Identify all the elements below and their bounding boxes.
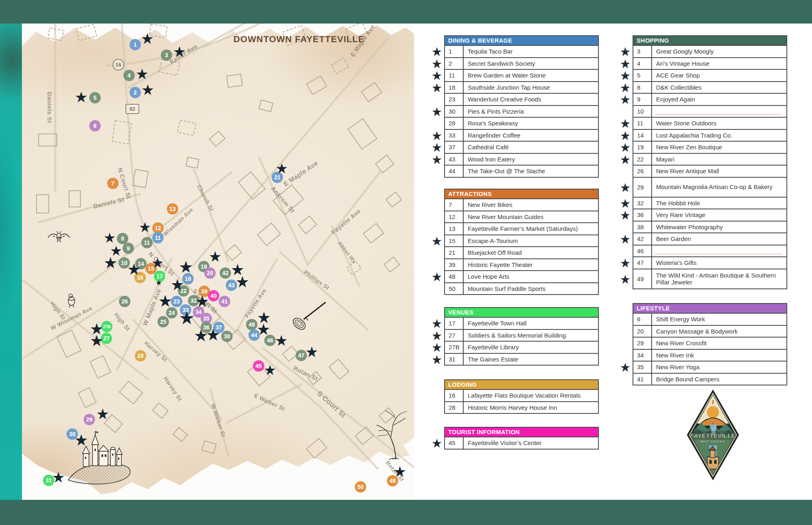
legend-name: New River Zen Boutique <box>652 142 787 154</box>
legend-table-venues: VENUES★17Fayetteville Town Hall★27Soldie… <box>430 307 599 366</box>
legend-number: 20 <box>633 326 652 338</box>
legend-star-icon: ★ <box>430 106 444 118</box>
legend-row: ★3Great Googly Moogly <box>618 46 787 58</box>
legend-row: ★43Wood Iron Eatery <box>430 154 599 166</box>
map-star-icon: ★ <box>275 334 288 348</box>
legend-name: New River Mountain Guides <box>464 211 599 224</box>
legend-star-icon: ★ <box>618 142 633 154</box>
legend-star-icon: ★ <box>618 118 633 130</box>
legend-number: 16 <box>444 390 464 402</box>
street-label: Daniels St <box>46 92 53 123</box>
legend-row: ★47Wisteria’s Gifts <box>618 257 787 269</box>
legend-row: 12New River Mountain Guides <box>430 211 599 224</box>
legend-number: 43 <box>444 154 464 166</box>
legend-name: Rangefinder Coffee <box>464 130 599 142</box>
legend-star-icon: ★ <box>618 361 633 374</box>
legend-number: 2 <box>444 58 464 70</box>
legend-row: 46 <box>618 245 787 258</box>
legend-name: D&K Collectibles <box>652 82 787 94</box>
legend-star-icon: ★ <box>618 58 633 70</box>
map-star-icon: ★ <box>74 432 88 448</box>
legend-number: 45 <box>444 437 464 450</box>
legend-row: ★33Rangefinder Coffee <box>430 130 599 142</box>
legend-number: 19 <box>633 142 652 154</box>
legend-row: ★8D&K Collectibles <box>618 82 787 94</box>
legend-star-empty <box>618 350 633 362</box>
map-star-icon: ★ <box>151 256 164 270</box>
legend-star-icon: ★ <box>430 70 444 82</box>
legend-row: 28Historic Morris Harvey House Inn <box>430 402 599 414</box>
legend-name: Cathedral Café <box>464 142 599 154</box>
legend-star-icon: ★ <box>430 354 444 366</box>
legend-name: Love Hope Arts <box>464 271 599 283</box>
map-star-icon: ★ <box>209 250 222 264</box>
legend-row: ★30Pies & Pints Pizzeria <box>430 106 599 118</box>
legend-name: Bridge Bound Campers <box>652 374 787 386</box>
legend-star-icon: ★ <box>430 154 444 166</box>
legend-row: ★27BFayetteville Library <box>430 342 599 354</box>
legend-name: Soldiers & Sailors Memorial Building <box>464 330 599 342</box>
legend-name: The Gaines Estate <box>464 354 599 366</box>
legend-row: 23Wanderlust Creative Foods <box>430 94 599 106</box>
legend-row: 50Mountain Surf Paddle Sports <box>430 283 599 295</box>
legend-name: New River Yoga <box>652 361 787 374</box>
legend-number: 18 <box>444 82 464 94</box>
legend-row: ★19New River Zen Boutique <box>618 142 787 154</box>
legend-number: 42 <box>633 233 652 245</box>
legend-star-icon: ★ <box>430 130 444 142</box>
legend-name: Mountain Surf Paddle Sports <box>464 283 599 295</box>
legend-star-icon: ★ <box>430 330 444 342</box>
legend-star-empty <box>618 106 633 118</box>
street-label: E Walker St <box>253 392 286 412</box>
legend-header-attractions: ATTRACTIONS <box>444 189 599 199</box>
legend-star-empty <box>618 374 633 386</box>
map-star-icon: ★ <box>52 470 65 485</box>
legend-star-icon: ★ <box>618 154 633 166</box>
map-marker-23: 23 <box>171 296 182 307</box>
legend-row: ★31The Gaines Estate <box>430 354 599 366</box>
legend-number: 50 <box>444 283 464 295</box>
map-title: DOWNTOWN FAYETTEVILLE <box>233 34 365 45</box>
map-star-icon: ★ <box>305 345 318 359</box>
map-marker-42: 42 <box>220 267 231 279</box>
map-star-icon: ★ <box>155 279 162 286</box>
legend-number: 11 <box>444 70 464 82</box>
legend-name: Wisteria’s Gifts <box>652 257 787 269</box>
legend-star-icon: ★ <box>430 58 444 70</box>
legend-number: 35 <box>633 361 652 374</box>
legend-number: 39 <box>444 259 464 271</box>
legend-table-lodging: LODGING16Lafayette Flats Boutique Vacati… <box>430 379 599 414</box>
map-star-icon: ★ <box>104 255 117 271</box>
legend-number: 37 <box>444 142 464 154</box>
map-marker-9: 9 <box>123 243 134 254</box>
legend-row: ★5ACE Gear Shop <box>618 70 787 82</box>
legend-star-empty <box>618 326 633 338</box>
legend-star-icon: ★ <box>430 342 444 354</box>
legend-row: ★42Beer Garden <box>618 233 787 245</box>
legend-star-icon: ★ <box>430 271 444 283</box>
map-marker-45: 45 <box>253 360 264 372</box>
legend-table-lifestyle: LIFESTYLE6Shift Energy Work20Canyon Mass… <box>618 303 787 385</box>
legend-star-empty <box>430 118 444 130</box>
legend-name: New River Bikes <box>464 199 599 211</box>
legend-row: ★37Cathedral Café <box>430 142 599 154</box>
legend-number: 29 <box>633 338 652 350</box>
street-label: Ankrom St <box>270 185 296 214</box>
legend-name: Very Rare Vintage <box>652 209 787 222</box>
logo-subtitle: WEST VIRGINIA <box>700 440 725 443</box>
legend-number: 15 <box>444 235 464 247</box>
legend-row: ★11Brew Garden at Water Stone <box>430 70 599 82</box>
map-marker-41: 41 <box>219 296 230 307</box>
legend-star-empty <box>430 402 444 414</box>
legend-row: ★27Soldiers & Sailors Memorial Building <box>430 330 599 342</box>
legend-name: The Wild Kind - Artisan Boutique & South… <box>652 269 787 289</box>
legend-star-empty <box>618 245 633 258</box>
legend-star-empty <box>430 247 444 259</box>
legend-number: 3 <box>633 46 652 58</box>
map-star-icon: ★ <box>179 259 193 275</box>
legend-number: 12 <box>444 211 464 224</box>
logo-title: FAYETTEVILLE <box>690 432 735 439</box>
legend-number: 26 <box>633 166 652 178</box>
street-label: Daniels St <box>93 196 125 210</box>
legend-name: Fayetteville Library <box>464 342 599 354</box>
